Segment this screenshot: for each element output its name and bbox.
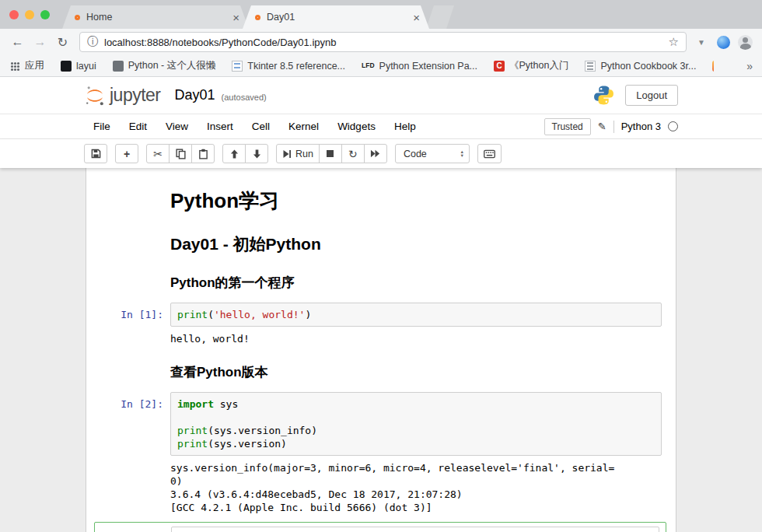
- tab-close-icon[interactable]: ×: [232, 12, 239, 23]
- python-logo-icon: [593, 85, 614, 106]
- menu-insert[interactable]: Insert: [197, 121, 243, 132]
- bookmark-item[interactable]: Python - 这个人很懒: [113, 59, 216, 72]
- bookmark-label: 《Python入门: [509, 59, 568, 72]
- code-line: [177, 411, 655, 424]
- code-input[interactable]: import sys print(sys.version_info)print(…: [170, 392, 662, 456]
- cell-output: hello, world!: [170, 330, 662, 348]
- jupyter-toolbar: + ✂: [0, 139, 762, 168]
- bookmark-item[interactable]: layui: [61, 61, 96, 72]
- menu-help[interactable]: Help: [385, 121, 425, 132]
- minimize-window-button[interactable]: [25, 10, 34, 19]
- menu-view[interactable]: View: [156, 121, 197, 132]
- zoom-window-button[interactable]: [40, 10, 50, 19]
- code-line: print(sys.version_info): [177, 424, 655, 437]
- feather-favicon-icon: [712, 61, 714, 72]
- reload-button[interactable]: ↻: [53, 35, 72, 50]
- copy-cell-button[interactable]: [169, 144, 192, 163]
- save-button[interactable]: [84, 144, 107, 163]
- cell-body: Python学习: [170, 184, 676, 219]
- restart-run-all-button[interactable]: [364, 144, 387, 163]
- browser-toolbar: ← → ↻ ⓘ localhost:8888/notebooks/PythonC…: [0, 29, 762, 55]
- menu-edit[interactable]: Edit: [120, 121, 156, 132]
- book-favicon-icon: [585, 61, 596, 72]
- save-icon: [91, 149, 101, 159]
- bookmark-item[interactable]: 应用: [9, 59, 44, 72]
- markdown-cell[interactable]: Day01 - 初始Python: [86, 223, 676, 262]
- markdown-heading: Python学习: [170, 187, 662, 215]
- bookmark-label: 应用: [25, 59, 44, 72]
- code-input[interactable]: [171, 527, 659, 532]
- close-window-button[interactable]: [9, 10, 19, 19]
- code-input[interactable]: print('hello, world!'): [170, 303, 662, 327]
- notebook-area: Python学习Day01 - 初始PythonPython的第一个程序In […: [0, 168, 762, 532]
- cut-cell-button[interactable]: ✂: [146, 144, 170, 163]
- arrow-up-icon: [230, 149, 239, 159]
- arrow-down-icon: [253, 149, 261, 159]
- paste-cell-button[interactable]: [191, 144, 215, 163]
- menu-file[interactable]: File: [84, 121, 120, 132]
- address-bar[interactable]: ⓘ localhost:8888/notebooks/PythonCode/Da…: [79, 32, 687, 52]
- bookmark-item[interactable]: Tkinter 8.5 reference...: [232, 61, 345, 72]
- url-text[interactable]: localhost:8888/notebooks/PythonCode/Day0…: [104, 37, 669, 48]
- cell-prompt: In [1]:: [86, 303, 170, 348]
- markdown-cell[interactable]: 查看Python版本: [86, 352, 676, 388]
- restart-kernel-button[interactable]: ↻: [341, 144, 365, 163]
- stop-icon: [326, 149, 334, 158]
- fast-forward-icon: [370, 149, 380, 158]
- cell-body: 查看Python版本: [170, 355, 676, 384]
- code-cell[interactable]: In [ ]:: [94, 522, 666, 532]
- jupyter-favicon-icon: [255, 15, 260, 20]
- tab-day01[interactable]: Day01 ×: [243, 5, 429, 29]
- bookmark-item[interactable]: C《Python入门: [494, 59, 568, 72]
- interrupt-kernel-button[interactable]: [319, 144, 342, 163]
- tab-close-icon[interactable]: ×: [413, 12, 420, 23]
- select-arrows-icon: ▲▼: [460, 150, 463, 157]
- extension-globe-icon[interactable]: [717, 36, 730, 49]
- jupyter-logo[interactable]: jupyter: [84, 85, 161, 107]
- code-cell[interactable]: In [1]:print('hello, world!')hello, worl…: [86, 299, 676, 352]
- cell-body: [171, 527, 666, 532]
- forward-button[interactable]: →: [30, 35, 50, 49]
- restart-icon: ↻: [348, 149, 358, 159]
- menu-widgets[interactable]: Widgets: [328, 121, 385, 132]
- code-token: print: [177, 309, 208, 320]
- code-token: sys: [214, 398, 238, 410]
- download-caret-icon[interactable]: ▼: [694, 38, 709, 47]
- menu-kernel[interactable]: Kernel: [279, 121, 328, 132]
- scissors-icon: ✂: [153, 149, 163, 159]
- cell-body: Python的第一个程序: [170, 266, 676, 295]
- markdown-cell[interactable]: Python的第一个程序: [86, 262, 676, 299]
- cell-type-select[interactable]: Code ▲▼: [395, 144, 470, 163]
- profile-avatar-icon[interactable]: [738, 35, 753, 50]
- run-cell-button[interactable]: Run: [276, 144, 320, 163]
- tab-home[interactable]: Home ×: [62, 5, 249, 29]
- cell-prompt: [86, 355, 170, 384]
- paste-icon: [198, 149, 208, 159]
- command-palette-button[interactable]: [477, 144, 502, 163]
- new-tab-button[interactable]: [426, 5, 454, 29]
- bookmark-star-icon[interactable]: ☆: [669, 35, 679, 49]
- bookmarks-overflow-chevron[interactable]: »: [746, 60, 753, 72]
- lfd-favicon-icon: LFD: [362, 61, 375, 72]
- back-button[interactable]: ←: [8, 35, 27, 49]
- browser-window: Home × Day01 × ← → ↻ ⓘ localhost:8888/no…: [0, 0, 762, 532]
- code-cell[interactable]: In [2]:import sys print(sys.version_info…: [86, 388, 676, 520]
- cell-body: Day01 - 初始Python: [170, 227, 676, 258]
- bookmark-item[interactable]: Python Cookbook 3r...: [585, 61, 696, 72]
- move-cell-down-button[interactable]: [245, 144, 268, 163]
- page-info-icon[interactable]: ⓘ: [87, 35, 98, 49]
- bookmark-item[interactable]: Python教程: [712, 59, 714, 72]
- code-token: (sys.version_info): [208, 425, 317, 436]
- jupyter-favicon-icon: [75, 15, 80, 20]
- logout-button[interactable]: Logout: [625, 85, 678, 106]
- bookmark-item[interactable]: LFDPython Extension Pa...: [362, 61, 477, 72]
- markdown-cell[interactable]: Python学习: [86, 180, 676, 223]
- menu-cell[interactable]: Cell: [243, 121, 279, 132]
- trusted-button[interactable]: Trusted: [544, 118, 591, 135]
- move-cell-up-button[interactable]: [222, 144, 246, 163]
- tab-strip: Home × Day01 ×: [0, 0, 762, 29]
- add-cell-button[interactable]: +: [115, 144, 138, 163]
- cell-body: print('hello, world!')hello, world!: [170, 303, 676, 348]
- code-token: import: [177, 398, 214, 410]
- notebook-title[interactable]: Day01: [175, 87, 215, 103]
